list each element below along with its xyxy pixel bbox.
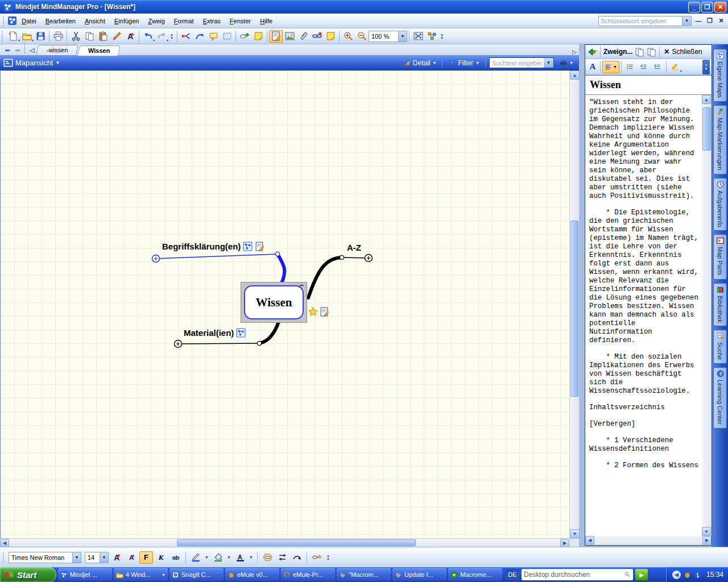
attach-file-button[interactable] [296,30,310,43]
notes-scroll-up[interactable]: ▲ [702,95,711,104]
relationship-button[interactable] [275,551,289,564]
notes-scroll-down[interactable]: ▼ [702,527,711,536]
prev-note-icon[interactable] [635,47,644,57]
notes-scroll-thumb[interactable] [702,107,711,151]
select-rectangle-button[interactable] [220,30,234,43]
taskbar-mindjet[interactable]: Mindjet ... [58,568,112,581]
menu-bearbeiten[interactable]: Bearbeiten [41,15,80,27]
map-vertical-scrollbar[interactable]: ▲ ▼ [569,70,579,538]
find-button[interactable]: ▼ [557,58,576,68]
mdi-restore-button[interactable]: ❐ [705,16,714,25]
close-button[interactable]: ✕ [714,2,726,13]
insert-relationship-button[interactable] [193,30,206,43]
font-size-arrow[interactable]: ▼ [100,552,108,563]
font-size-combo[interactable]: 14 ▼ [85,552,109,563]
tray-emule-icon[interactable] [684,571,691,579]
notes-toolbar-overflow[interactable]: »▾ [702,60,710,74]
curved-relationship-button[interactable] [290,551,304,564]
nav-forward-button[interactable]: ➡ [13,45,23,55]
italic-button[interactable]: K [154,551,168,564]
notes-close-button[interactable]: ✕ Schließen [664,48,702,56]
tab-wissen[interactable]: Wissen [77,45,121,56]
star-icon[interactable] [308,307,318,317]
menu-fenster[interactable]: Fenster [225,15,255,27]
taskbar-macromedia-doc[interactable]: "Macrom... [337,568,391,581]
map-horizontal-scrollbar[interactable]: ◀ ▶ [0,538,579,547]
insert-subtopic-button[interactable] [179,30,193,43]
menu-extras[interactable]: Extras [198,15,225,27]
format-painter-button[interactable] [110,30,123,43]
topic-notes-button[interactable] [269,30,283,43]
highlighter-button[interactable]: ▾ [668,61,682,73]
format-toolbar-overflow[interactable]: ▾▾ [325,551,332,564]
desktop-search-input[interactable] [524,571,624,579]
map-style-button[interactable] [310,551,324,564]
mdi-minimize-button[interactable]: — [694,16,703,25]
topic-notes-icon[interactable] [320,307,329,317]
sidetab-learning-center[interactable]: Learning Center [713,367,727,429]
tray-collapse-icon[interactable]: ◀ [672,571,681,579]
font-family-combo[interactable]: Times New Roman ▼ [9,552,81,563]
fill-color-button[interactable] [211,551,225,564]
scroll-up-arrow[interactable]: ▲ [570,70,580,80]
hyperlink-button[interactable] [310,30,324,43]
notes-vertical-scrollbar[interactable]: ▲ ▼ [702,95,712,536]
sidetab-suche[interactable]: Suche [713,330,727,364]
fit-map-button[interactable] [411,30,425,43]
font-color-button[interactable] [233,551,247,564]
scroll-left-arrow[interactable]: ◀ [0,539,9,547]
copy-button[interactable] [82,30,96,43]
scroll-right-arrow[interactable]: ▶ [560,539,569,547]
branch-material[interactable]: Material(ien) [184,328,246,338]
add-topic-button[interactable] [238,30,251,43]
tab-wissen-old[interactable]: -wissen [36,45,78,55]
sticky-notes-button[interactable] [324,30,337,43]
line-color-arrow[interactable]: ▼ [204,551,210,564]
notes-text[interactable]: "Wissen steht in der griechischen Philos… [585,95,702,536]
redo-button[interactable]: ▾ [155,30,168,43]
decrease-indent-button[interactable] [637,61,651,73]
bluetooth-icon[interactable] [694,571,701,579]
notes-horizontal-scrollbar[interactable]: ◀ ▶ [585,536,712,545]
tab-scroll-right-button[interactable]: ▷ [572,49,577,55]
open-button[interactable]: ▾ [20,30,34,43]
search-go-button[interactable]: ▶ [635,569,648,580]
strikethrough-button[interactable]: ab [169,551,183,564]
zoom-level-combo[interactable]: 100 % ▼ [369,31,407,42]
format-text-button[interactable] [123,30,137,43]
bold-button[interactable]: F [139,551,153,564]
taskbar-windows-group[interactable]: 4 Wind... ▼ [114,568,168,581]
alignment-button[interactable]: ▼ [602,61,619,73]
increase-indent-button[interactable] [651,61,664,73]
sidetab-map-markierungen[interactable]: Map-Markierungen [713,105,727,174]
language-indicator[interactable]: DE [506,569,519,580]
multimap-view-button[interactable] [425,30,439,43]
menu-einfuegen[interactable]: Einfügen [110,15,143,27]
font-family-arrow[interactable]: ▼ [72,552,81,563]
central-topic[interactable]: Wissen [244,285,304,319]
v-scroll-thumb[interactable] [570,221,578,397]
boundary-button[interactable] [260,551,274,564]
selection-handle-icon[interactable]: ◂▸ [299,283,304,288]
taskbar-emule-browser[interactable]: eMule-Pr... [281,568,335,581]
sidetab-bibliothek[interactable]: Bibliothek [713,283,727,327]
detail-button[interactable]: Detail▼ [401,58,439,68]
font-color-arrow[interactable]: ▼ [248,551,254,564]
keyword-input[interactable] [598,16,682,26]
grow-font-button[interactable] [110,551,123,564]
toolbar-overflow-button[interactable]: ▾▾ [168,30,175,43]
next-note-icon[interactable] [647,47,656,57]
map-search-dropdown[interactable]: ▼ [544,58,553,68]
keyword-dropdown-button[interactable]: ▼ [682,16,692,26]
undo-button[interactable]: ▾ [141,30,155,43]
insert-note-flag-button[interactable] [251,30,265,43]
font-button[interactable]: A [587,61,598,73]
tab-scroll-left-button[interactable]: ◁ [27,45,37,55]
map-view-title[interactable]: Mapansicht [15,59,53,67]
zoom-combo-arrow[interactable]: ▼ [398,31,407,41]
menu-hilfe[interactable]: Hilfe [255,15,277,27]
notes-scroll-left[interactable]: ◀ [585,536,594,544]
fill-color-arrow[interactable]: ▼ [226,551,232,564]
central-topic-selection[interactable]: ◂▸ Wissen [241,282,307,323]
sidetab-aufgabeninfo[interactable]: Aufgabeninfo [713,178,727,231]
